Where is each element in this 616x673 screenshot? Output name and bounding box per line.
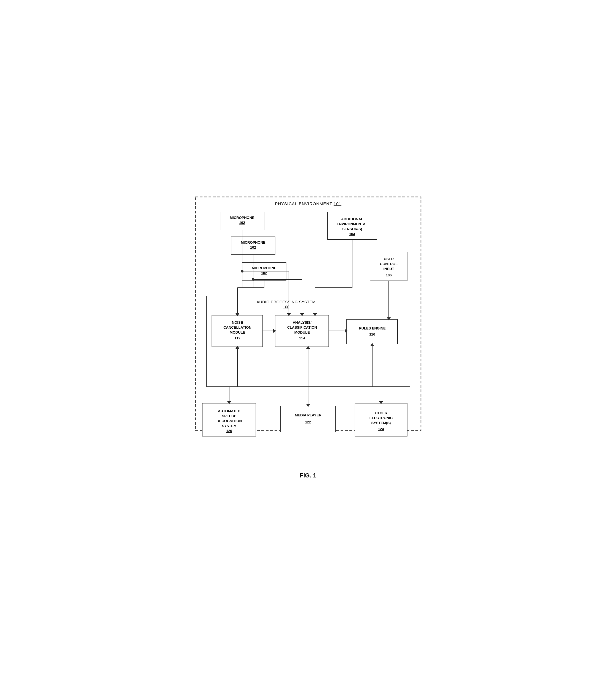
svg-text:SYSTEM: SYSTEM [222,424,236,428]
svg-text:INPUT: INPUT [383,267,394,271]
svg-text:102: 102 [239,221,245,225]
svg-text:SPEECH: SPEECH [222,414,236,418]
svg-text:CONTROL: CONTROL [380,262,397,266]
svg-rect-24 [212,315,263,347]
svg-rect-29 [275,315,329,347]
svg-rect-8 [242,262,286,280]
svg-text:MODULE: MODULE [229,330,245,334]
svg-rect-46 [355,403,407,436]
svg-marker-73 [273,329,276,333]
svg-marker-69 [313,313,317,316]
svg-text:122: 122 [305,420,311,424]
svg-text:116: 116 [369,332,375,336]
svg-text:102: 102 [250,245,256,249]
svg-text:100: 100 [283,305,289,309]
svg-marker-77 [227,401,231,404]
svg-marker-86 [370,343,374,346]
svg-text:ENVIRONMENTAL: ENVIRONMENTAL [337,222,367,226]
svg-text:RULES ENGINE: RULES ENGINE [359,326,386,330]
svg-text:ANALYSIS/: ANALYSIS/ [292,320,312,324]
svg-text:SENSOR(S): SENSOR(S) [342,227,362,231]
svg-text:124: 124 [378,427,384,431]
svg-text:106: 106 [386,273,392,277]
svg-text:OTHER: OTHER [375,411,387,415]
svg-text:MICROPHONE: MICROPHONE [241,240,265,244]
svg-marker-75 [345,329,348,333]
svg-text:PHYSICAL ENVIRONMENT 101: PHYSICAL ENVIRONMENT 101 [275,201,342,206]
figure-caption: FIG. 1 [190,472,426,479]
svg-rect-11 [328,212,377,240]
svg-text:SYSTEM(S): SYSTEM(S) [371,421,391,425]
svg-marker-65 [300,313,304,316]
svg-marker-84 [306,404,310,407]
svg-text:AUTOMATED: AUTOMATED [218,409,240,413]
svg-marker-80 [235,346,239,349]
svg-rect-5 [231,237,275,255]
svg-marker-82 [306,346,310,349]
svg-text:MODULE: MODULE [294,330,310,334]
svg-text:114: 114 [299,336,305,340]
svg-text:ADDITIONAL: ADDITIONAL [341,217,363,221]
svg-text:104: 104 [349,232,355,236]
svg-rect-43 [281,406,336,432]
svg-text:120: 120 [226,429,232,433]
svg-text:AUDIO PROCESSING SYSTEM: AUDIO PROCESSING SYSTEM [256,300,316,304]
svg-point-52 [241,270,243,272]
svg-text:MICROPHONE: MICROPHONE [230,216,254,220]
svg-text:USER: USER [384,257,394,261]
diagram-area: PHYSICAL ENVIRONMENT 101 MICROPHONE 102 … [193,194,424,464]
svg-rect-16 [370,252,407,281]
svg-text:CLASSIFICATION: CLASSIFICATION [287,325,317,329]
page-container: PHYSICAL ENVIRONMENT 101 MICROPHONE 102 … [184,189,432,485]
svg-text:ELECTRONIC: ELECTRONIC [369,416,393,420]
diagram-wrapper: PHYSICAL ENVIRONMENT 101 MICROPHONE 102 … [184,189,432,485]
svg-text:RECOGNITION: RECOGNITION [217,419,242,423]
svg-marker-71 [387,317,391,320]
svg-text:112: 112 [234,336,240,340]
svg-rect-2 [220,212,264,230]
svg-rect-21 [206,296,410,387]
diagram-svg: PHYSICAL ENVIRONMENT 101 MICROPHONE 102 … [193,194,424,464]
svg-point-57 [252,278,254,281]
svg-text:102: 102 [261,271,267,275]
svg-text:MICROPHONE: MICROPHONE [252,266,276,270]
svg-marker-62 [235,313,239,316]
svg-marker-55 [287,313,291,316]
svg-rect-37 [202,403,256,436]
svg-text:MEDIA PLAYER: MEDIA PLAYER [295,413,321,417]
svg-rect-34 [347,319,398,344]
svg-text:CANCELLATION: CANCELLATION [223,325,251,329]
svg-text:NOISE: NOISE [232,320,243,324]
svg-marker-89 [379,401,383,404]
svg-rect-0 [195,197,421,431]
